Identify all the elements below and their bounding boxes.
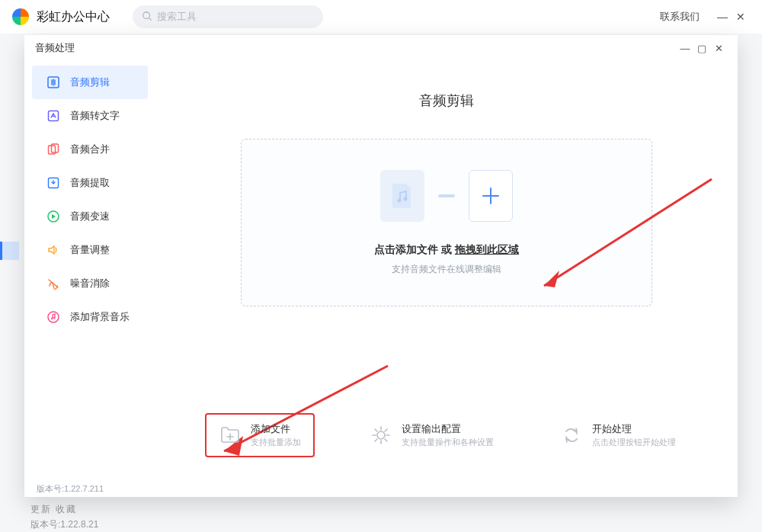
svg-point-12	[398, 198, 402, 202]
svg-point-10	[51, 318, 53, 319]
svg-line-14	[544, 179, 712, 286]
dropzone-subtext: 支持音频文件在线调整编辑	[392, 263, 501, 276]
audio-to-text-icon	[46, 108, 61, 123]
action-sub: 支持批量操作和各种设置	[402, 436, 494, 448]
sidebar-item-audio-merge[interactable]: 音频合并	[32, 133, 148, 166]
search-icon	[142, 11, 157, 24]
contact-us-link[interactable]: 联系我们	[660, 10, 700, 24]
outer-close-button[interactable]: ✕	[732, 0, 750, 34]
sidebar-item-bg-music[interactable]: 添加背景音乐	[32, 300, 148, 334]
sidebar-item-label: 音频剪辑	[70, 75, 110, 89]
add-file-button[interactable]: 添加文件 支持批量添加	[205, 413, 315, 457]
dash-icon	[438, 194, 455, 197]
audio-merge-icon	[46, 142, 61, 157]
search-input[interactable]: 搜索工具	[133, 5, 323, 28]
sidebar-item-label: 噪音消除	[70, 277, 110, 290]
audio-speed-icon	[46, 209, 61, 224]
modal-close-button[interactable]: ✕	[710, 43, 727, 54]
annotation-arrow-top	[521, 171, 727, 309]
noise-remove-icon	[46, 276, 61, 291]
dropzone-or-text: 或	[438, 243, 455, 255]
action-title: 开始处理	[592, 422, 676, 436]
sidebar-item-label: 音量调整	[70, 243, 110, 257]
modal-title: 音频处理	[35, 41, 75, 55]
sidebar-item-label: 添加背景音乐	[70, 310, 130, 324]
action-title: 添加文件	[251, 422, 301, 436]
volume-icon	[46, 242, 61, 258]
outer-footer: 更新 收藏 版本号:1.22.8.21	[30, 502, 98, 532]
dropzone-text: 点击添加文件 或 拖拽到此区域	[374, 243, 519, 257]
sidebar-item-audio-speed[interactable]: 音频变速	[32, 200, 148, 233]
sidebar-item-audio-to-text[interactable]: 音频转文字	[32, 99, 148, 133]
modal-version: 版本号:1.22.7.211	[37, 483, 104, 495]
audio-extract-icon	[46, 175, 61, 191]
audio-tools-window: 音频处理 — ▢ ✕ 音频剪辑 音频转文字 音频合并 音频提取	[24, 35, 738, 497]
modal-maximize-button[interactable]: ▢	[693, 43, 710, 54]
search-placeholder: 搜索工具	[157, 10, 197, 24]
outer-minimize-button[interactable]: —	[713, 0, 732, 34]
svg-line-1	[149, 18, 152, 20]
sidebar-item-noise-remove[interactable]: 噪音消除	[32, 267, 148, 300]
app-logo-icon	[12, 8, 29, 25]
sidebar-item-audio-extract[interactable]: 音频提取	[32, 166, 148, 200]
outer-footer-links[interactable]: 更新 收藏	[30, 502, 98, 517]
svg-point-9	[48, 312, 59, 322]
action-title: 设置输出配置	[402, 422, 494, 436]
plus-tile-icon	[469, 170, 513, 222]
sidebar-item-audio-trim[interactable]: 音频剪辑	[32, 66, 148, 99]
main-panel: 音频剪辑 点击添加文件 或 拖拽到此区域 支持音频文件在线调整编辑	[155, 61, 738, 480]
svg-point-13	[404, 197, 408, 200]
dropzone-drag-text: 拖拽到此区域	[455, 243, 519, 255]
sidebar-item-label: 音频转文字	[70, 109, 120, 123]
folder-add-icon	[219, 424, 242, 447]
outer-title-bar: 彩虹办公中心 搜索工具 联系我们 — ✕	[0, 0, 762, 34]
sidebar-item-volume-adjust[interactable]: 音量调整	[32, 233, 148, 267]
app-title: 彩虹办公中心	[37, 9, 110, 25]
modal-footer: 版本号:1.22.7.211	[24, 480, 738, 497]
outer-sidebar-peek	[0, 242, 19, 260]
audio-trim-icon	[46, 75, 61, 90]
output-config-button[interactable]: 设置输出配置 支持批量操作和各种设置	[357, 413, 506, 457]
sidebar-item-label: 音频提取	[70, 176, 110, 190]
audio-file-icon	[380, 170, 424, 222]
action-row: 添加文件 支持批量添加 设置输出配置 支持批量操作和各种设置 开始处理 点击	[155, 413, 738, 457]
main-heading: 音频剪辑	[419, 91, 474, 110]
outer-footer-version: 版本号:1.22.8.21	[30, 517, 98, 532]
sidebar-item-label: 音频变速	[70, 210, 110, 223]
dropzone-illustration	[380, 170, 513, 222]
sidebar: 音频剪辑 音频转文字 音频合并 音频提取 音频变速 音量调整	[24, 61, 155, 480]
svg-marker-15	[544, 271, 559, 287]
dropzone-click-text: 点击添加文件	[374, 243, 438, 255]
sidebar-item-label: 音频合并	[70, 143, 110, 156]
modal-minimize-button[interactable]: —	[677, 43, 693, 54]
refresh-icon	[560, 424, 583, 447]
action-sub: 点击处理按钮开始处理	[592, 436, 676, 448]
start-process-button[interactable]: 开始处理 点击处理按钮开始处理	[548, 413, 688, 457]
action-sub: 支持批量添加	[251, 436, 301, 448]
modal-title-bar[interactable]: 音频处理 — ▢ ✕	[24, 35, 738, 61]
svg-point-11	[53, 317, 55, 319]
gear-icon	[370, 424, 392, 447]
bg-music-icon	[46, 309, 61, 325]
svg-point-20	[377, 431, 385, 439]
